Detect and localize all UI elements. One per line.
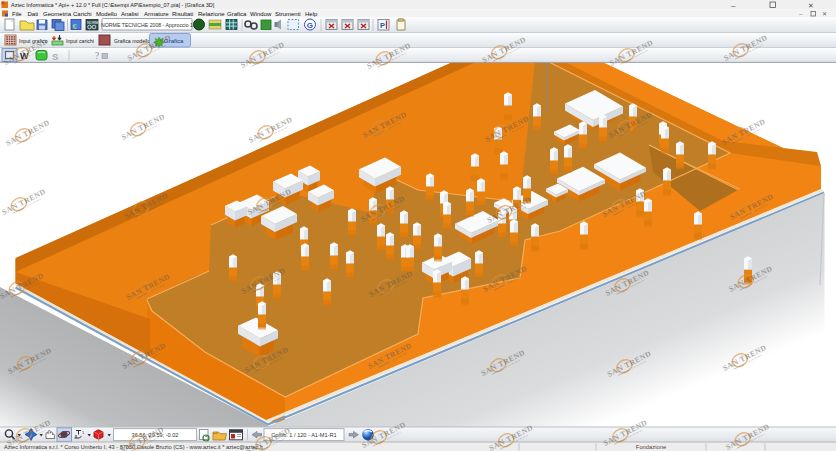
svg-text:Aztec Informatica * Api+ + 12.: Aztec Informatica * Api+ + 12.0 * Full [… [11,2,215,8]
svg-text:€: € [73,22,78,31]
svg-text:File: File [12,11,22,17]
svg-text:S: S [52,51,58,62]
svg-text:Dati: Dati [28,11,39,17]
svg-text:Carichi: Carichi [73,11,92,17]
svg-text:Help: Help [305,11,318,17]
svg-text:–: – [731,1,736,10]
svg-text:Strumenti: Strumenti [275,11,301,17]
svg-text:NORM: NORM [87,21,98,25]
svg-text:Relazione: Relazione [198,11,225,17]
svg-text:Window: Window [250,11,272,17]
svg-text:Fondazione: Fondazione [636,444,666,450]
svg-text:?: ? [95,51,99,61]
svg-text:Analisi: Analisi [121,11,139,17]
svg-text:Modello: Modello [96,11,118,17]
svg-text:Geometria: Geometria [43,11,72,17]
svg-text:Grafica: Grafica [227,11,247,17]
svg-text:Risultati: Risultati [172,11,193,17]
svg-text:G: G [307,21,313,30]
svg-text:Armature: Armature [144,11,169,17]
svg-text:✕: ✕ [822,11,827,17]
svg-text:P: P [380,21,385,30]
svg-text:NORME TECNICHE 2008 - Approcci: NORME TECNICHE 2008 - Approccio 1 [101,22,193,28]
svg-text:✕: ✕ [808,2,814,9]
svg-text:Input carichi: Input carichi [66,38,94,44]
